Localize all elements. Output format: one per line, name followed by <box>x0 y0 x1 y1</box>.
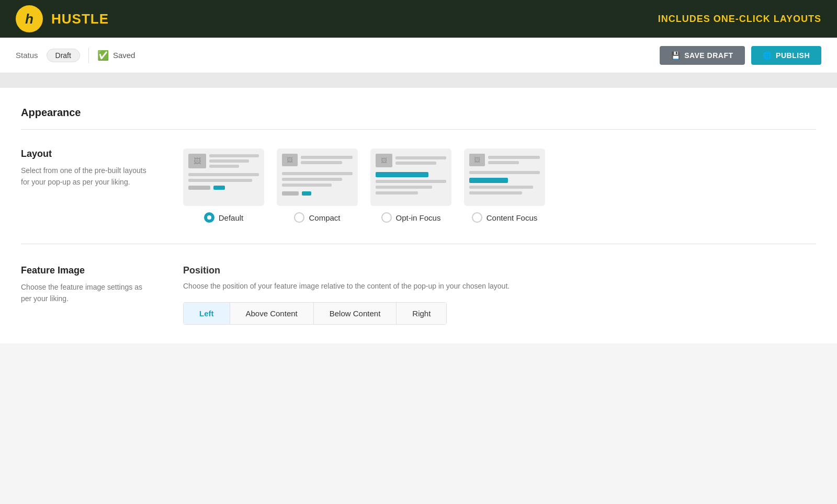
layout-preview-content-focus: 🖼 <box>464 148 545 206</box>
feature-image-description: Choose the feature image settings as per… <box>21 281 152 305</box>
feature-image-description-area: Feature Image Choose the feature image s… <box>21 265 152 325</box>
layout-description-area: Layout Select from one of the pre-built … <box>21 148 152 223</box>
layout-label-optin: Opt-in Focus <box>396 213 441 222</box>
layout-label-compact: Compact <box>309 213 340 222</box>
feature-image-position-area: Position Choose the position of your fea… <box>183 265 816 325</box>
image-placeholder-icon: 🖼 <box>474 156 480 164</box>
radio-compact[interactable] <box>294 212 304 223</box>
save-icon: 💾 <box>671 51 681 60</box>
radio-optin[interactable] <box>381 212 392 223</box>
toolbar-right: 💾 SAVE DRAFT 🌐 PUBLISH <box>660 46 821 65</box>
layout-section: Layout Select from one of the pre-built … <box>21 148 816 244</box>
preview-image-icon: 🖼 <box>188 154 206 168</box>
header: h HUSTLE INCLUDES ONE-CLICK LAYOUTS <box>0 0 837 38</box>
position-tab-left[interactable]: Left <box>184 303 230 324</box>
position-tabs: Left Above Content Below Content Right <box>183 302 447 325</box>
image-placeholder-icon: 🖼 <box>287 156 293 164</box>
saved-indicator: ✅ Saved <box>97 50 135 61</box>
toolbar: Status Draft ✅ Saved 💾 SAVE DRAFT 🌐 PUBL… <box>0 38 837 73</box>
section-divider <box>21 129 816 130</box>
feature-image-section: Feature Image Choose the feature image s… <box>21 265 816 325</box>
publish-label: PUBLISH <box>776 51 810 60</box>
preview-button-gray <box>282 191 299 196</box>
layout-radio-optin: Opt-in Focus <box>381 212 441 223</box>
layout-option-default[interactable]: 🖼 <box>183 148 264 223</box>
layout-radio-compact: Compact <box>294 212 340 223</box>
position-tab-right[interactable]: Right <box>397 303 446 324</box>
layout-radio-content-focus: Content Focus <box>472 212 538 223</box>
main-content: Appearance Layout Select from one of the… <box>0 88 837 343</box>
radio-content-focus[interactable] <box>472 212 482 223</box>
header-left: h HUSTLE <box>16 5 109 32</box>
feature-image-title: Feature Image <box>21 265 152 276</box>
globe-icon: 🌐 <box>763 51 772 60</box>
radio-default[interactable] <box>204 212 214 223</box>
preview-image-icon: 🖼 <box>469 154 485 166</box>
layout-preview-optin: 🖼 <box>370 148 451 206</box>
preview-line <box>395 156 446 159</box>
layout-preview-default: 🖼 <box>183 148 264 206</box>
position-tab-above-content[interactable]: Above Content <box>230 303 314 324</box>
header-tagline: INCLUDES ONE-CLICK LAYOUTS <box>658 14 821 25</box>
preview-line <box>395 162 436 165</box>
layout-title: Layout <box>21 148 152 159</box>
preview-line <box>488 161 519 164</box>
preview-image-icon: 🖼 <box>282 154 298 166</box>
preview-image-icon: 🖼 <box>376 154 392 167</box>
image-placeholder-icon: 🖼 <box>194 157 201 165</box>
saved-text: Saved <box>113 51 135 60</box>
position-title: Position <box>183 265 816 276</box>
brand-name: HUSTLE <box>51 11 109 27</box>
sub-bar <box>0 73 837 88</box>
save-draft-button[interactable]: 💾 SAVE DRAFT <box>660 46 745 65</box>
layout-option-content-focus[interactable]: 🖼 Con <box>464 148 545 223</box>
preview-line <box>488 156 540 159</box>
preview-button-gray <box>188 186 210 190</box>
layout-radio-default: Default <box>204 212 244 223</box>
image-placeholder-icon: 🖼 <box>381 157 387 164</box>
preview-button-blue <box>302 191 311 196</box>
check-icon: ✅ <box>97 50 109 61</box>
position-description: Choose the position of your feature imag… <box>183 280 816 292</box>
preview-button-blue <box>213 186 225 190</box>
position-tab-below-content[interactable]: Below Content <box>314 303 397 324</box>
toolbar-divider <box>88 48 89 63</box>
preview-line <box>209 154 259 157</box>
logo-letter: h <box>25 11 33 27</box>
layout-label-default: Default <box>219 213 244 222</box>
layout-option-optin[interactable]: 🖼 Opt <box>370 148 451 223</box>
layout-label-content-focus: Content Focus <box>487 213 538 222</box>
layout-preview-compact: 🖼 <box>277 148 358 206</box>
preview-line <box>301 161 342 164</box>
preview-line <box>209 159 249 163</box>
save-draft-label: SAVE DRAFT <box>684 51 733 60</box>
logo: h <box>16 5 43 32</box>
status-badge[interactable]: Draft <box>47 49 80 62</box>
toolbar-left: Status Draft ✅ Saved <box>16 48 135 63</box>
preview-line <box>301 156 353 159</box>
appearance-title: Appearance <box>21 107 816 119</box>
preview-line <box>209 165 239 168</box>
layout-option-compact[interactable]: 🖼 <box>277 148 358 223</box>
layout-description: Select from one of the pre-built layouts… <box>21 165 152 188</box>
status-label: Status <box>16 51 38 60</box>
publish-button[interactable]: 🌐 PUBLISH <box>751 46 821 65</box>
layout-options: 🖼 <box>183 148 545 223</box>
